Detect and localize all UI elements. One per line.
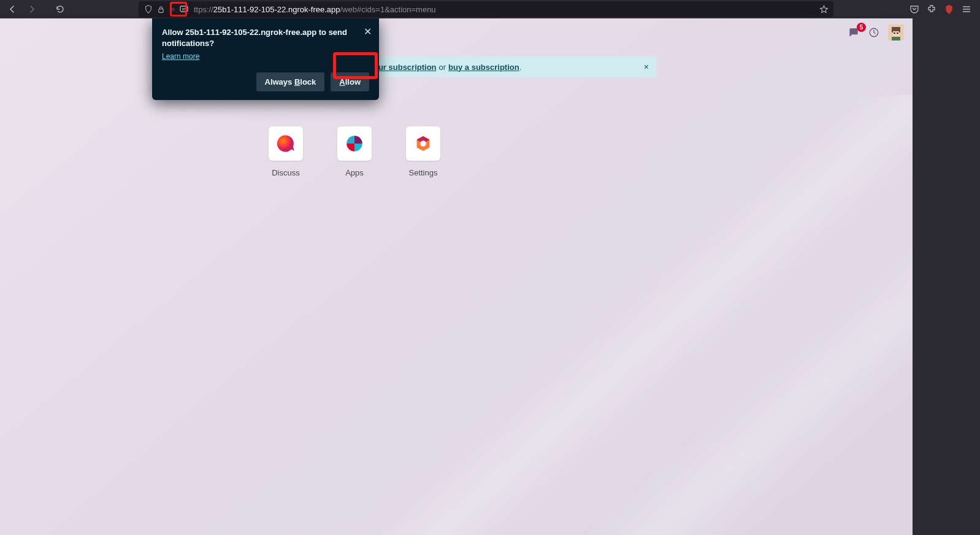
svg-rect-8 (892, 37, 900, 40)
activity-icon[interactable] (868, 27, 879, 38)
tile-label: Discuss (272, 168, 300, 177)
tile-label: Apps (345, 168, 364, 177)
extensions-icon[interactable] (927, 4, 936, 14)
toolbar-right-tools (909, 4, 976, 15)
app-tile-discuss[interactable]: Discuss (269, 126, 303, 177)
user-avatar[interactable] (888, 25, 904, 40)
banner-period: . (519, 63, 522, 72)
always-block-button[interactable]: Always Block (256, 72, 325, 91)
svg-point-11 (420, 140, 426, 147)
back-button[interactable] (4, 1, 21, 18)
app-tile-apps[interactable]: Apps (337, 126, 372, 177)
messages-badge: 5 (857, 23, 866, 32)
forward-button[interactable] (23, 1, 40, 18)
browser-toolbar: ○ ttps://25b1-111-92-105-22.ngrok-free.a… (0, 0, 980, 18)
app-tiles: Discuss Apps Settings (269, 126, 440, 177)
app-tile-settings[interactable]: Settings (406, 126, 440, 177)
svg-rect-6 (894, 33, 895, 34)
close-icon[interactable]: ✕ (364, 26, 372, 37)
app-top-right-tools: 5 (848, 25, 904, 40)
url-bar[interactable]: ○ ttps://25b1-111-92-105-22.ngrok-free.a… (139, 1, 833, 17)
permission-info-icon[interactable]: ○ (167, 6, 179, 12)
notification-permission-dialog: Allow 25b1-111-92-105-22.ngrok-free.app … (152, 18, 379, 100)
discuss-icon (269, 126, 303, 161)
banner-or: or (439, 63, 446, 72)
bookmark-star-icon[interactable] (817, 5, 830, 14)
shield-icon[interactable] (142, 5, 155, 13)
permission-dialog-title: Allow 25b1-111-92-105-22.ngrok-free.app … (162, 27, 369, 48)
lock-icon[interactable] (155, 6, 167, 13)
settings-icon (406, 126, 440, 161)
buy-subscription-link[interactable]: buy a subscription (448, 63, 519, 72)
learn-more-link[interactable]: Learn more (162, 52, 199, 61)
messages-icon[interactable]: 5 (848, 26, 860, 39)
hamburger-menu-icon[interactable] (962, 4, 971, 14)
notification-permission-icon[interactable] (178, 4, 190, 14)
ublock-icon[interactable] (944, 4, 954, 15)
svg-rect-7 (897, 33, 898, 34)
reload-button[interactable] (52, 1, 69, 18)
right-gutter (913, 18, 980, 535)
tile-label: Settings (409, 168, 438, 177)
allow-button[interactable]: Allow (331, 72, 369, 91)
url-text: ttps://25b1-111-92-105-22.ngrok-free.app… (194, 5, 436, 14)
svg-rect-0 (158, 9, 163, 12)
page-content: 5 xpire in 1 month. Register your subscr… (0, 18, 913, 535)
apps-icon (337, 126, 372, 161)
banner-close-button[interactable]: × (644, 62, 649, 72)
pocket-icon[interactable] (909, 4, 919, 14)
